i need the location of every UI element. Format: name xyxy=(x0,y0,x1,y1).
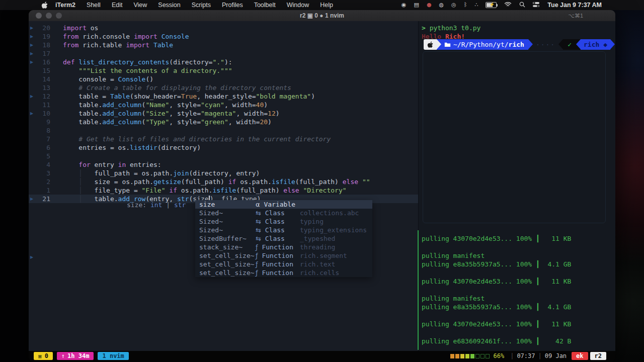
code-line[interactable]: ▶10 table.add_column("Size", style="mage… xyxy=(29,109,418,118)
code-line[interactable]: 3 │ full_path = os.path.join(directory, … xyxy=(29,169,418,177)
fold-marker[interactable]: ▶ xyxy=(29,109,36,118)
code-line[interactable]: 4 for entry in entries: xyxy=(29,160,418,169)
minimize-button[interactable] xyxy=(46,13,52,19)
window-icon: ▣ xyxy=(38,353,42,359)
battery-block xyxy=(470,354,474,358)
completion-item[interactable]: set_cell_size~ƒ Functionrich.segment xyxy=(195,251,372,260)
completion-item[interactable]: stack_size~ƒ Functionthreading xyxy=(195,243,372,251)
pull-line xyxy=(419,243,571,251)
menu-toolbelt[interactable]: Toolbelt xyxy=(249,2,281,9)
code-line[interactable]: 1 │ file_type = "File" if os.path.isfile… xyxy=(29,186,418,195)
battery-icon[interactable]: ⚡ xyxy=(486,2,497,8)
variable-kind-icon: α xyxy=(256,201,260,208)
code-line[interactable]: ▶17 xyxy=(29,49,418,58)
cwd-current-dir: rich xyxy=(509,40,524,49)
fold-marker[interactable]: ▶ xyxy=(29,24,36,32)
menu-session[interactable]: Session xyxy=(152,2,186,9)
fold-column xyxy=(29,126,36,135)
prompt-char: > xyxy=(422,24,426,32)
fold-marker[interactable]: ▶ xyxy=(29,92,36,101)
completion-item[interactable]: SizedBuffer~⇆ Class_typeshed xyxy=(195,234,372,243)
fold-column xyxy=(29,118,36,126)
zoom-button[interactable] xyxy=(56,13,62,19)
code-line[interactable]: 13 # Create a table for displaying the d… xyxy=(29,83,418,92)
completion-item[interactable]: set_cell_size~ƒ Functionrich.cells xyxy=(195,268,372,277)
fold-marker[interactable]: ▶ xyxy=(29,32,36,41)
uptime-arrow-icon: ↑ xyxy=(61,352,65,359)
code-line[interactable]: 15 """List the contents of a directory."… xyxy=(29,66,418,75)
active-window-segment[interactable]: 1 nvim xyxy=(98,352,128,360)
battery-percent: 66% xyxy=(493,352,504,359)
battery-block xyxy=(460,354,464,358)
completion-item[interactable]: sizeα Variable xyxy=(195,200,372,209)
fold-marker[interactable]: ▶ xyxy=(29,195,36,203)
completion-item[interactable]: set_cell_size~ƒ Functionrich.text xyxy=(195,260,372,268)
nvim-pane[interactable]: ▶20import os▶19from rich.console import … xyxy=(29,21,418,351)
host-segment[interactable]: ek xyxy=(572,352,588,360)
menu-status-tray: ◉ ▤ ● ◍ ◎ ᛒ ∴ ⚡ Tue Jan 9 7:37 AM xyxy=(401,0,602,10)
menu-clock[interactable]: Tue Jan 9 7:37 AM xyxy=(547,2,602,9)
globe-app-icon[interactable]: ◍ xyxy=(439,0,444,10)
shell-pane[interactable]: > python3 t0.py Hello Rich! ~/R/Python/y… xyxy=(419,21,615,351)
code-line[interactable]: ▶20import os xyxy=(29,24,418,32)
menu-view[interactable]: View xyxy=(128,2,152,9)
command-text xyxy=(426,24,430,32)
code-line[interactable]: ▶12 table = Table(show_header=True, head… xyxy=(29,92,418,101)
code-line[interactable]: 7 # Get the list of files and directorie… xyxy=(29,135,418,143)
line-number: 4 xyxy=(36,160,50,169)
signature-hint: size: int | str xyxy=(127,201,186,209)
fold-marker[interactable]: ▶ xyxy=(29,41,36,49)
window-title-bar[interactable]: r2 ▣ 0 ● 1 nvim ⌥⌘1 xyxy=(29,10,615,21)
code-line[interactable]: 8 xyxy=(29,126,418,135)
code-line[interactable]: 11 table.add_column("Name", style="cyan"… xyxy=(29,101,418,109)
completion-item[interactable]: Sized~⇆ Classtyping xyxy=(195,217,372,226)
pull-line: pulling 43070e2d4e53... 100% ┃ 11 KB xyxy=(419,320,571,328)
menu-help[interactable]: Help xyxy=(314,2,339,9)
menu-window[interactable]: Window xyxy=(281,2,314,9)
record-icon[interactable]: ◉ xyxy=(401,0,407,10)
fold-column xyxy=(29,75,36,83)
grid-app-icon[interactable]: ▤ xyxy=(414,0,419,10)
completion-item[interactable]: Sized~⇆ Classtyping_extensions xyxy=(195,226,372,234)
menu-shell[interactable]: Shell xyxy=(81,2,106,9)
menu-scripts[interactable]: Scripts xyxy=(186,2,216,9)
code-line[interactable]: ▶19from rich.console import Console xyxy=(29,32,418,41)
account-icon[interactable]: ◎ xyxy=(451,0,456,10)
line-number: 6 xyxy=(36,143,50,152)
menu-iterm2[interactable]: iTerm2 xyxy=(50,2,81,9)
timer-app-icon[interactable]: ● xyxy=(427,0,432,10)
close-button[interactable] xyxy=(36,13,42,19)
code-line[interactable]: 5 xyxy=(29,152,418,160)
apple-segment-icon xyxy=(424,39,437,50)
battery-block xyxy=(450,354,454,358)
code-line[interactable]: 2 │ size = os.path.getsize(full_path) if… xyxy=(29,177,418,186)
spotlight-search-icon[interactable] xyxy=(519,2,525,9)
code-line[interactable]: 9 table.add_column("Type", style="green"… xyxy=(29,118,418,126)
line-number: 20 xyxy=(36,24,50,32)
fold-marker[interactable]: ▶ xyxy=(29,49,36,58)
menu-edit[interactable]: Edit xyxy=(106,2,128,9)
apple-menu-icon[interactable] xyxy=(41,2,48,9)
code-line[interactable]: ▶18from rich.table import Table xyxy=(29,41,418,49)
session-segment[interactable]: r2 xyxy=(590,352,606,360)
function-kind-icon: ƒ xyxy=(256,243,258,251)
pull-line xyxy=(419,286,571,294)
fold-column xyxy=(29,160,36,169)
fold-marker[interactable]: ▶ xyxy=(30,253,33,261)
control-center-icon[interactable] xyxy=(533,2,540,9)
fold-marker[interactable]: ▶ xyxy=(29,58,36,66)
wifi-icon[interactable] xyxy=(504,2,512,9)
menu-profiles[interactable]: Profiles xyxy=(216,2,249,9)
line-number: 17 xyxy=(36,49,50,58)
code-line[interactable]: 14 console = Console() xyxy=(29,75,418,83)
completion-popup[interactable]: sizeα VariableSized~⇆ Classcollections.a… xyxy=(195,200,372,277)
line-number: 16 xyxy=(36,58,50,66)
code-line[interactable]: 6 entries = os.listdir(directory) xyxy=(29,143,418,152)
tmux-window-segment[interactable]: ▣0 xyxy=(34,352,53,360)
keyboard-brightness-icon[interactable]: ∴ xyxy=(474,0,478,10)
code-line[interactable]: ▶16def list_directory_contents(directory… xyxy=(29,58,418,66)
bluetooth-icon[interactable]: ᛒ xyxy=(464,0,467,10)
prompt-dots: ···· xyxy=(536,40,555,49)
completion-item[interactable]: Sized~⇆ Classcollections.abc xyxy=(195,209,372,217)
battery-block xyxy=(475,354,479,358)
